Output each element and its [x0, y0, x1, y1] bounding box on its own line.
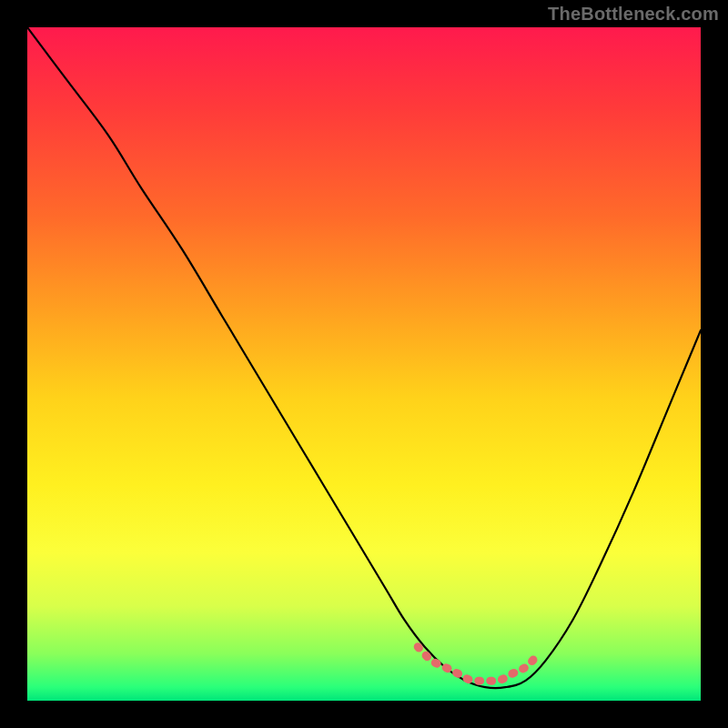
plot-area — [27, 27, 701, 701]
bottleneck-curve — [27, 27, 701, 688]
curve-layer — [27, 27, 701, 701]
bottom-polyfit-segment — [418, 647, 539, 682]
chart-frame: TheBottleneck.com — [0, 0, 728, 728]
watermark-text: TheBottleneck.com — [548, 4, 719, 25]
